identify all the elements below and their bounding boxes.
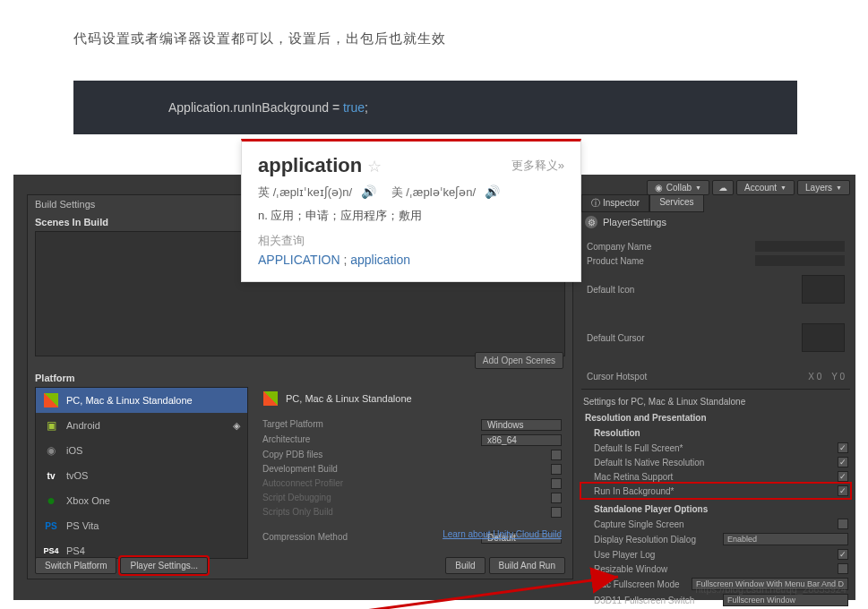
script-checkbox [551, 493, 562, 503]
default-icon-box[interactable] [802, 275, 845, 304]
android-icon: ▣ [43, 417, 59, 433]
build-button[interactable]: Build [445, 557, 485, 574]
top-toolbar: ◉Collab▼ ☁ Account▼ Layers▼ [647, 180, 850, 195]
platform-ios[interactable]: ◉iOS [36, 438, 247, 463]
comp-label: Compression Method [262, 532, 348, 544]
platform-android[interactable]: ▣Android◈ [36, 413, 247, 438]
scripts-only-checkbox [551, 507, 562, 518]
default-cursor-box[interactable] [802, 323, 845, 352]
native-label: Default Is Native Resolution [594, 458, 704, 467]
dict-more-link[interactable]: 更多释义» [511, 158, 564, 174]
dev-checkbox[interactable] [551, 464, 562, 475]
star-icon[interactable]: ☆ [367, 158, 382, 176]
resize-checkbox[interactable] [838, 563, 848, 574]
speaker-icon[interactable]: 🔊 [485, 184, 500, 199]
platform-detail: PC, Mac & Linux Standalone Target Platfo… [259, 387, 565, 559]
copy-pdb-checkbox[interactable] [551, 450, 562, 460]
platform-tvos[interactable]: tvtvOS [36, 463, 247, 488]
tv-icon: tv [43, 467, 59, 484]
runbg-checkbox[interactable]: ✓ [838, 485, 848, 496]
inspector-panel: ⓘInspector Services ⚙PlayerSettings Comp… [581, 194, 850, 597]
product-label: Product Name [587, 256, 644, 266]
dict-us-phon: /ˌæpləˈkeʃən/ [406, 185, 476, 199]
product-field[interactable] [755, 255, 845, 266]
dict-link-lower[interactable]: application [350, 253, 410, 267]
d3d-dropdown[interactable]: Fullscreen Window [723, 594, 848, 606]
dialog-dropdown[interactable]: Enabled [723, 533, 848, 545]
dict-us-label: 美 [391, 185, 403, 199]
inspector-icon: ⓘ [591, 198, 600, 208]
tab-inspector[interactable]: ⓘInspector [581, 194, 649, 212]
inspector-title: PlayerSettings [603, 217, 666, 227]
d3d-label: D3D11 Fullscreen Switch [594, 596, 694, 605]
windows-icon [44, 393, 58, 407]
code-block: Application.runInBackground = true; [73, 81, 797, 134]
build-and-run-button[interactable]: Build And Run [489, 557, 565, 574]
arch-dropdown[interactable]: x86_64 [481, 434, 562, 446]
retina-checkbox[interactable]: ✓ [838, 471, 848, 482]
collab-button[interactable]: ◉Collab▼ [647, 180, 709, 195]
dict-link-upper[interactable]: APPLICATION [258, 253, 340, 267]
plog-checkbox[interactable]: ✓ [838, 549, 848, 560]
dict-meaning: n. 应用；申请；应用程序；敷用 [258, 208, 564, 224]
dictionary-popup: application☆ 更多释义» 英 /ˌæplɪˈkeɪʃ(ə)n/ 🔊 … [241, 139, 581, 282]
runbg-label: Run In Background* [594, 486, 675, 496]
platform-ps4[interactable]: PS4PS4 [36, 538, 247, 559]
fullscreen-checkbox[interactable]: ✓ [838, 442, 848, 453]
detail-head: PC, Mac & Linux Standalone [286, 393, 412, 404]
watermark: https://blog.csdn.net/qq_28655924 [695, 584, 847, 595]
code-value: true [343, 100, 365, 115]
ios-icon: ◉ [43, 442, 59, 459]
capture-checkbox[interactable] [838, 519, 848, 529]
arch-label: Architecture [262, 434, 310, 446]
scripts-only-label: Scripts Only Build [262, 507, 333, 518]
hotspot-x[interactable]: X 0 [808, 372, 821, 382]
retina-label: Mac Retina Support [594, 472, 673, 482]
plog-label: Use Player Log [594, 550, 655, 560]
company-field[interactable] [755, 241, 845, 252]
speaker-icon[interactable]: 🔊 [361, 184, 376, 199]
tab-services[interactable]: Services [649, 194, 703, 212]
fullscreen-label: Default Is Full Screen* [594, 443, 683, 453]
standalone-header: Standalone Player Options [581, 502, 850, 517]
dict-uk-phon: /ˌæplɪˈkeɪʃ(ə)n/ [273, 185, 353, 199]
icon-label: Default Icon [587, 285, 634, 295]
account-button[interactable]: Account▼ [736, 180, 795, 195]
auto-checkbox [551, 478, 562, 489]
settings-for-label: Settings for PC, Mac & Linux Standalone [581, 393, 850, 410]
hotspot-y[interactable]: Y 0 [831, 372, 845, 382]
learn-link[interactable]: Learn about Unity Cloud Build [443, 529, 562, 539]
code-end: ; [365, 100, 368, 115]
res-header: Resolution [581, 425, 850, 441]
dialog-label: Display Resolution Dialog [594, 535, 696, 545]
platform-label: Platform [35, 373, 75, 383]
platform-pc[interactable]: PC, Mac & Linux Standalone [36, 388, 247, 413]
layers-button[interactable]: Layers▼ [797, 180, 850, 195]
platform-psvita[interactable]: PSPS Vita [36, 513, 247, 538]
intro-text: 代码设置或者编译器设置都可以，设置后，出包后也就生效 [73, 30, 446, 47]
target-label: Target Platform [262, 419, 323, 431]
player-settings-button[interactable]: Player Settings... [120, 557, 208, 574]
dict-uk-label: 英 [258, 185, 270, 199]
cloud-icon[interactable]: ☁ [712, 180, 734, 195]
dev-label: Development Build [262, 464, 338, 475]
add-open-scenes-button[interactable]: Add Open Scenes [475, 352, 563, 369]
switch-platform-button[interactable]: Switch Platform [35, 557, 116, 574]
dict-word: application [258, 154, 362, 176]
platform-list: PC, Mac & Linux Standalone ▣Android◈ ◉iO… [35, 387, 248, 559]
cursor-label: Default Cursor [587, 333, 644, 343]
gear-icon: ⚙ [585, 216, 597, 228]
platform-xbox[interactable]: ●Xbox One [36, 488, 247, 513]
hotspot-label: Cursor Hotspot [587, 372, 647, 382]
code-text: Application.runInBackground = [168, 100, 343, 115]
resize-label: Resizable Window [594, 564, 667, 574]
script-label: Script Debugging [262, 493, 331, 503]
svg-line-0 [179, 577, 618, 609]
res-pres-header[interactable]: Resolution and Presentation [581, 410, 850, 425]
psvita-icon: PS [43, 518, 59, 534]
xbox-icon: ● [43, 493, 59, 509]
target-dropdown[interactable]: Windows [481, 419, 562, 431]
native-checkbox[interactable]: ✓ [838, 457, 848, 467]
macfs-label: Mac Fullscreen Mode [594, 579, 680, 589]
windows-icon [263, 391, 278, 406]
